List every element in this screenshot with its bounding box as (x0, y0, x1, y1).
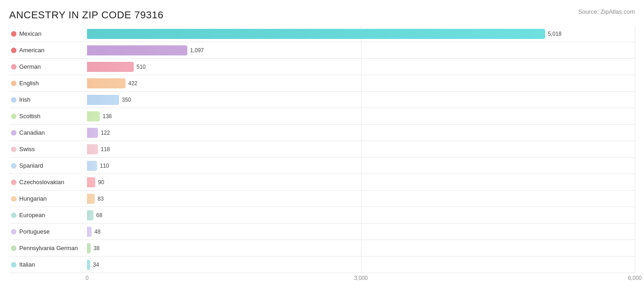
bar-track-2: 510 (87, 59, 635, 75)
bar-value-3: 422 (128, 80, 137, 87)
bar-row: American 1,097 (9, 42, 635, 59)
bar-label-text-13: Pennsylvania German (19, 245, 78, 251)
bar-label-9: Czechoslovakian (9, 179, 87, 186)
bar-value-0: 5,018 (548, 31, 562, 37)
label-dot-11 (11, 213, 16, 218)
bar-label-text-1: American (19, 47, 44, 54)
bar-fill-4 (87, 95, 119, 105)
bar-label-13: Pennsylvania German (9, 245, 87, 251)
bar-track-14: 34 (87, 257, 635, 273)
bar-label-text-3: English (19, 80, 39, 87)
bar-track-7: 118 (87, 141, 635, 158)
bar-fill-2 (87, 62, 134, 72)
bar-label-text-12: Portuguese (19, 228, 50, 235)
bar-label-text-7: Swiss (19, 146, 35, 153)
bar-fill-14 (87, 260, 90, 270)
bar-label-2: German (9, 63, 87, 70)
bar-label-6: Canadian (9, 129, 87, 136)
label-dot-3 (11, 81, 16, 86)
bar-label-text-0: Mexican (19, 30, 41, 37)
bar-track-0: 5,018 (87, 26, 635, 42)
bar-label-text-9: Czechoslovakian (19, 179, 64, 186)
bar-fill-5 (87, 111, 100, 121)
bar-row: European 68 (9, 207, 635, 224)
bar-row: Irish 350 (9, 92, 635, 108)
bar-value-12: 48 (94, 229, 100, 235)
bar-track-1: 1,097 (87, 42, 635, 59)
bar-label-12: Portuguese (9, 228, 87, 235)
chart-area: Mexican 5,018 American 1,097 German 510 … (9, 26, 635, 284)
bar-track-12: 48 (87, 224, 635, 240)
label-dot-5 (11, 114, 16, 119)
label-dot-6 (11, 130, 16, 136)
bar-label-0: Mexican (9, 30, 87, 37)
bar-track-8: 110 (87, 158, 635, 174)
bar-label-11: European (9, 212, 87, 219)
bar-value-10: 83 (98, 196, 104, 202)
label-dot-1 (11, 48, 16, 53)
x-tick: 3,000 (354, 275, 368, 281)
bar-label-1: American (9, 47, 87, 54)
label-dot-12 (11, 229, 16, 235)
bar-track-9: 90 (87, 174, 635, 191)
bar-value-14: 34 (93, 262, 99, 268)
bar-label-8: Spaniard (9, 162, 87, 169)
bar-label-text-2: German (19, 63, 41, 70)
bar-fill-11 (87, 210, 93, 220)
bar-fill-13 (87, 243, 91, 253)
bar-label-7: Swiss (9, 146, 87, 153)
bar-label-3: English (9, 80, 87, 87)
bar-value-2: 510 (136, 64, 146, 70)
bar-fill-7 (87, 144, 98, 154)
label-dot-9 (11, 180, 16, 185)
bar-row: Pennsylvania German 38 (9, 240, 635, 257)
bar-track-11: 68 (87, 207, 635, 224)
x-tick: 6,000 (628, 275, 642, 281)
bar-label-14: Italian (9, 261, 87, 268)
bar-row: German 510 (9, 59, 635, 75)
label-dot-4 (11, 97, 16, 103)
label-dot-10 (11, 196, 16, 202)
bar-value-13: 38 (93, 245, 99, 251)
bar-label-text-11: European (19, 212, 45, 219)
bar-row: Portuguese 48 (9, 224, 635, 240)
bar-fill-6 (87, 128, 98, 138)
bar-row: Scottish 138 (9, 108, 635, 125)
label-dot-2 (11, 64, 16, 70)
x-tick: 0 (86, 275, 89, 281)
bar-track-3: 422 (87, 75, 635, 92)
bar-value-7: 118 (101, 146, 110, 153)
chart-container: ANCESTRY IN ZIP CODE 79316 Source: ZipAt… (0, 0, 644, 295)
bar-track-13: 38 (87, 240, 635, 257)
bar-track-6: 122 (87, 125, 635, 141)
bar-track-5: 138 (87, 108, 635, 125)
bar-label-text-10: Hungarian (19, 195, 47, 202)
bar-track-10: 83 (87, 191, 635, 207)
bar-fill-3 (87, 78, 126, 88)
bar-value-4: 350 (122, 97, 131, 103)
bar-row: Czechoslovakian 90 (9, 174, 635, 191)
label-dot-0 (11, 31, 16, 37)
bar-fill-9 (87, 177, 95, 187)
bar-value-9: 90 (98, 179, 104, 186)
bar-fill-1 (87, 45, 187, 55)
bar-label-10: Hungarian (9, 195, 87, 202)
label-dot-7 (11, 147, 16, 152)
label-dot-13 (11, 246, 16, 251)
grid-line (635, 26, 635, 273)
bar-fill-8 (87, 161, 97, 171)
bar-value-1: 1,097 (190, 47, 204, 54)
bar-value-8: 110 (100, 163, 109, 169)
bar-fill-10 (87, 194, 95, 204)
bar-row: Hungarian 83 (9, 191, 635, 207)
bar-row: Canadian 122 (9, 125, 635, 141)
bar-track-4: 350 (87, 92, 635, 108)
bar-row: Swiss 118 (9, 141, 635, 158)
label-dot-14 (11, 262, 16, 268)
bar-label-text-5: Scottish (19, 113, 40, 120)
bar-row: Italian 34 (9, 257, 635, 273)
bar-fill-0 (87, 29, 545, 39)
bar-label-text-14: Italian (19, 261, 35, 268)
bar-label-text-4: Irish (19, 96, 31, 103)
chart-title: ANCESTRY IN ZIP CODE 79316 (9, 9, 635, 21)
